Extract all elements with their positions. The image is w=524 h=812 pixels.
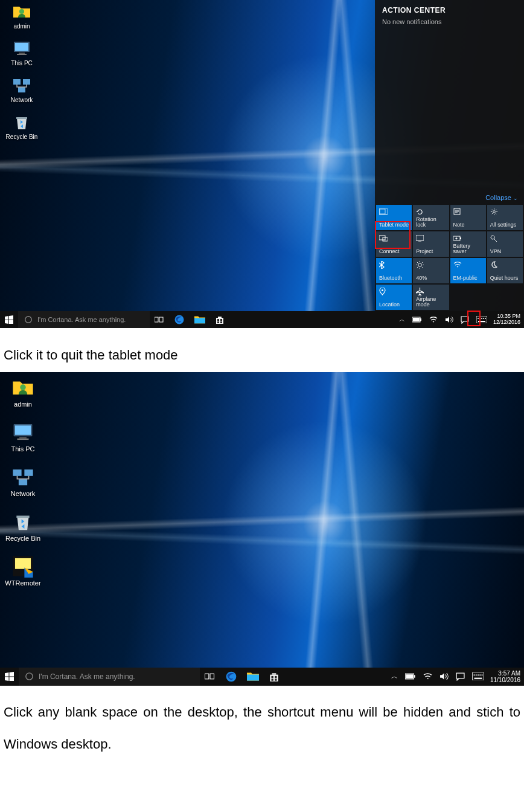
quick-action-location[interactable]: Location — [376, 285, 412, 310]
action-center-subtitle: No new notifications — [375, 18, 524, 25]
connect-icon — [379, 234, 409, 242]
tray-clock[interactable]: 3:57 AM 11/10/2016 — [488, 670, 524, 683]
tray-keyboard[interactable] — [468, 672, 488, 680]
svg-point-34 — [479, 318, 481, 319]
tablet-icon — [379, 207, 409, 216]
desktop-icon-admin[interactable]: admin — [4, 375, 42, 408]
project-icon — [416, 234, 446, 242]
svg-rect-57 — [414, 675, 415, 678]
quick-action-vpn[interactable]: VPN — [487, 231, 523, 257]
tray-action-center[interactable] — [452, 672, 468, 681]
start-button[interactable] — [0, 311, 18, 328]
task-view-icon — [155, 316, 164, 323]
quick-action-connect[interactable]: Connect — [376, 231, 412, 257]
desktop-icon-label: Recycle Bin — [5, 535, 40, 542]
svg-point-62 — [476, 675, 477, 676]
taskbar-app-store[interactable] — [210, 311, 229, 328]
taskbar-app-explorer[interactable] — [242, 668, 264, 686]
svg-rect-32 — [478, 321, 485, 322]
tray-chevron[interactable]: ︿ — [395, 315, 409, 324]
desktop-icon-label: Network — [11, 490, 35, 497]
taskbar-app-edge[interactable] — [169, 311, 190, 328]
recycle-bin-icon — [11, 112, 32, 132]
tile-label: Battery saver — [453, 243, 483, 254]
tray-action-center[interactable] — [457, 316, 473, 324]
quick-action-project[interactable]: Project — [413, 231, 449, 257]
action-center-body — [375, 25, 524, 192]
svg-rect-21 — [155, 317, 158, 322]
quick-action-all-settings[interactable]: All settings — [487, 205, 523, 230]
tray-clock[interactable]: 10:35 PM 12/12/2016 — [491, 314, 524, 326]
svg-point-36 — [483, 318, 484, 319]
system-tray: ︿ 3:57 AM 11/10/2016 — [388, 668, 524, 686]
brightness-icon — [416, 260, 446, 269]
taskbar-app-edge[interactable] — [220, 668, 242, 686]
quick-action-40-[interactable]: 40% — [413, 258, 449, 283]
quick-action-grid: Tablet modeRotation lockNoteAll settings… — [375, 205, 524, 311]
tray-volume[interactable] — [441, 316, 457, 323]
svg-point-33 — [478, 318, 479, 319]
desktop-icon-label: admin — [14, 401, 32, 408]
tray-network[interactable] — [426, 316, 441, 323]
svg-rect-4 — [17, 54, 27, 55]
taskbar-app-store[interactable] — [264, 668, 284, 686]
tray-keyboard[interactable] — [473, 316, 491, 323]
battery-icon — [453, 234, 483, 242]
desktop-icon-recycle-bin[interactable]: Recycle Bin — [2, 112, 41, 140]
moon-icon — [490, 260, 520, 269]
desktop-icon-recycle-bin[interactable]: Recycle Bin — [4, 509, 42, 542]
svg-rect-26 — [217, 321, 219, 323]
desktop-icon-label: admin — [13, 23, 30, 30]
tray-chevron[interactable]: ︿ — [388, 672, 401, 681]
svg-rect-2 — [15, 43, 28, 51]
svg-point-35 — [481, 318, 482, 319]
quick-action-note[interactable]: Note — [450, 205, 486, 230]
cortana-circle-icon — [25, 672, 34, 681]
tray-network[interactable] — [420, 672, 436, 680]
wtremoter-icon — [11, 554, 35, 578]
start-button[interactable] — [0, 668, 19, 686]
this-pc-icon — [11, 420, 35, 444]
desktop-icon-label: This PC — [11, 445, 34, 453]
quick-action-airplane-mode[interactable]: Airplane mode — [413, 285, 449, 310]
task-view-icon — [205, 672, 216, 680]
svg-rect-6 — [23, 79, 30, 85]
svg-rect-59 — [472, 672, 484, 680]
action-center-title: ACTION CENTER — [375, 0, 524, 18]
desktop-icon-network[interactable]: Network — [2, 75, 41, 103]
cortana-search[interactable]: I'm Cortana. Ask me anything. — [19, 668, 200, 686]
quick-action-bluetooth[interactable]: Bluetooth — [376, 258, 412, 283]
quick-action-battery-saver[interactable]: Battery saver — [450, 231, 486, 257]
svg-rect-49 — [205, 674, 209, 679]
tile-label: Airplane mode — [416, 297, 446, 308]
wallpaper — [0, 372, 524, 686]
quick-action-rotation-lock[interactable]: Rotation lock — [413, 205, 449, 230]
svg-rect-9 — [380, 209, 385, 214]
quick-action-tablet-mode[interactable]: Tablet mode — [376, 205, 412, 230]
vpn-icon — [490, 234, 520, 242]
task-view-button[interactable] — [200, 668, 220, 686]
desktop-icon-wtremoter[interactable]: WTRemoter — [4, 554, 42, 587]
taskbar-app-explorer[interactable] — [190, 311, 210, 328]
desktop-icon-this-pc[interactable]: This PC — [4, 420, 42, 453]
tray-battery[interactable] — [401, 673, 420, 680]
tile-label: Quiet hours — [490, 276, 520, 281]
file-explorer-icon — [247, 671, 259, 682]
svg-rect-54 — [272, 678, 273, 680]
store-icon — [269, 671, 280, 682]
collapse-link[interactable]: Collapse ⌄ — [375, 192, 524, 205]
file-explorer-icon — [194, 315, 205, 324]
svg-rect-43 — [13, 469, 21, 476]
quick-action-quiet-hours[interactable]: Quiet hours — [487, 258, 523, 283]
desktop-icon-network[interactable]: Network — [4, 465, 42, 497]
volume-icon — [445, 316, 453, 323]
desktop-icon-admin[interactable]: admin — [2, 1, 41, 30]
tray-volume[interactable] — [436, 672, 452, 680]
battery-icon — [412, 317, 422, 323]
svg-rect-52 — [272, 676, 273, 678]
quick-action-em-public[interactable]: EM-public — [450, 258, 486, 283]
desktop-icon-this-pc[interactable]: This PC — [2, 38, 41, 66]
tray-battery[interactable] — [409, 317, 426, 323]
task-view-button[interactable] — [150, 311, 169, 328]
cortana-search[interactable]: I'm Cortana. Ask me anything. — [18, 311, 150, 328]
